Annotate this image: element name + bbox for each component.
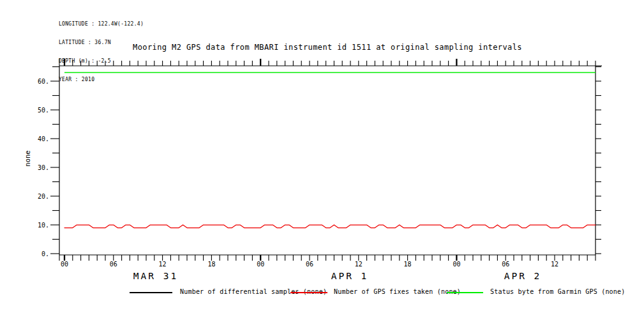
x-tick-label: 06 [110,261,117,268]
y-tick-label: 50. [38,107,49,114]
y-tick-label: 40. [38,135,49,142]
x-tick-label: 18 [404,261,412,268]
x-day-label: APR 1 [331,271,369,281]
y-tick-label: 30. [38,164,49,171]
plot-page: LONGITUDE : 122.4W(-122.4) LATITUDE : 36… [0,0,644,322]
x-tick-label: 00 [61,261,68,268]
y-axis-label: none [24,150,31,166]
plot-canvas: 0006121800061218000612MAR 31APR 1APR 20.… [0,0,644,322]
x-day-label: APR 2 [504,271,542,281]
x-tick-label: 06 [502,261,509,268]
series-line-gps-fixes [64,225,595,228]
x-tick-label: 12 [355,261,363,268]
x-tick-label: 00 [257,261,264,268]
x-tick-label: 06 [306,261,313,268]
x-day-label: MAR 31 [133,271,178,281]
x-tick-label: 18 [207,261,215,268]
y-tick-label: 10. [38,222,49,229]
y-tick-label: 60. [38,78,49,85]
y-tick-label: 20. [38,193,49,200]
x-tick-label: 00 [453,261,460,268]
y-tick-label: 0. [41,250,49,257]
x-tick-label: 12 [551,261,558,268]
x-tick-label: 12 [159,261,167,268]
